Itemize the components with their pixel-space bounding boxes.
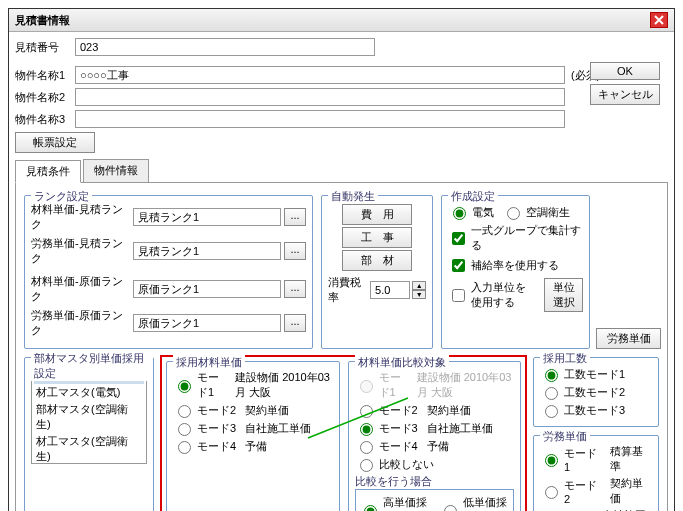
rank2-browse-button[interactable]: ... (284, 242, 306, 260)
make-ac-radio[interactable] (507, 207, 520, 220)
name1-label: 物件名称1 (15, 68, 75, 83)
tax-input[interactable] (370, 281, 410, 299)
make-cb2[interactable] (452, 259, 465, 272)
compare-when-title: 比較を行う場合 (355, 474, 515, 489)
matprice-m4: モード4 (197, 439, 236, 454)
cmp-m3-radio[interactable] (360, 423, 373, 436)
form-settings-button[interactable]: 帳票設定 (15, 132, 95, 153)
labor-price-button[interactable]: 労務単価 (596, 328, 661, 349)
name3-label: 物件名称3 (15, 112, 75, 127)
adopt-title: 採用工数 (540, 351, 590, 366)
rank3-browse-button[interactable]: ... (284, 280, 306, 298)
cmp-low: 低単価採用 (463, 495, 510, 511)
cmp-none: 比較しない (379, 457, 434, 472)
rank1-label: 材料単価-見積ランク (31, 202, 133, 232)
matprice-m1-radio[interactable] (178, 380, 191, 393)
rank2-label: 労務単価-見積ランク (31, 236, 133, 266)
rank1-browse-button[interactable]: ... (284, 208, 306, 226)
auto-cost-button[interactable]: 費 用 (342, 204, 412, 225)
list-item[interactable]: 部材マスタ(空調衛生) (34, 401, 144, 433)
cmp-m2-desc: 契約単価 (427, 403, 471, 418)
auto-material-button[interactable]: 部 材 (342, 250, 412, 271)
labor-m1-radio[interactable] (545, 454, 558, 467)
rank4-input[interactable] (133, 314, 281, 332)
tax-label: 消費税率 (328, 275, 366, 305)
matprice-m1-desc: 建設物価 2010年03月 大阪 (235, 370, 332, 400)
adopt-m3: 工数モード3 (564, 403, 625, 418)
tab-quote-conditions[interactable]: 見積条件 (15, 160, 81, 183)
labor-m2-desc: 契約単価 (610, 476, 652, 506)
make-group-title: 作成設定 (448, 189, 498, 204)
make-elec-radio[interactable] (453, 207, 466, 220)
rank2-input[interactable] (133, 242, 281, 260)
adopt-m2: 工数モード2 (564, 385, 625, 400)
cmp-m1: モード1 (379, 370, 408, 400)
quote-no-label: 見積番号 (15, 40, 75, 55)
matprice-m4-radio[interactable] (178, 441, 191, 454)
name3-input[interactable] (75, 110, 565, 128)
make-cb2-label: 補給率を使用する (471, 258, 559, 273)
ok-button[interactable]: OK (590, 62, 660, 80)
cmp-m4: モード4 (379, 439, 418, 454)
cmp-m4-desc: 予備 (427, 439, 449, 454)
tax-down-button[interactable]: ▼ (412, 290, 426, 299)
make-elec-label: 電気 (472, 205, 494, 220)
list-item[interactable]: 材工マスタ(空調衛生) (34, 433, 144, 464)
rank3-label: 材料単価-原価ランク (31, 274, 133, 304)
close-icon[interactable] (650, 12, 668, 28)
matprice-m2: モード2 (197, 403, 236, 418)
rank4-browse-button[interactable]: ... (284, 314, 306, 332)
matprice-m3: モード3 (197, 421, 236, 436)
make-cb1-label: 一式グループで集計する (471, 223, 583, 253)
master-group-title: 部材マスタ別単価採用設定 (31, 351, 153, 381)
rank-group-title: ランク設定 (31, 189, 92, 204)
name2-label: 物件名称2 (15, 90, 75, 105)
cancel-button[interactable]: キャンセル (590, 84, 660, 105)
cmp-m2: モード2 (379, 403, 418, 418)
auto-group-title: 自動発生 (328, 189, 378, 204)
make-cb1[interactable] (452, 232, 465, 245)
labor-title: 労務単価 (540, 429, 590, 444)
tab-property-info[interactable]: 物件情報 (83, 159, 149, 182)
adopt-m3-radio[interactable] (545, 405, 558, 418)
matprice-m3-radio[interactable] (178, 423, 191, 436)
matprice-m3-desc: 自社施工単価 (245, 421, 311, 436)
labor-m1-desc: 積算基準 (610, 444, 652, 474)
cmp-m2-radio[interactable] (360, 405, 373, 418)
adopt-m1-radio[interactable] (545, 369, 558, 382)
cmp-m1-radio (360, 380, 373, 393)
labor-m2: モード2 (564, 478, 601, 505)
labor-m1: モード1 (564, 446, 601, 473)
auto-work-button[interactable]: 工 事 (342, 227, 412, 248)
name1-input[interactable] (75, 66, 565, 84)
matprice-m2-desc: 契約単価 (245, 403, 289, 418)
window-title: 見積書情報 (15, 13, 70, 28)
make-cb3-label: 入力単位を使用する (471, 280, 537, 310)
list-item[interactable]: 材工マスタ(電気) (34, 384, 144, 401)
matprice-m4-desc: 予備 (245, 439, 267, 454)
cmp-m4-radio[interactable] (360, 441, 373, 454)
cmp-m3: モード3 (379, 421, 418, 436)
cmp-low-radio[interactable] (444, 505, 457, 511)
name2-input[interactable] (75, 88, 565, 106)
rank1-input[interactable] (133, 208, 281, 226)
tax-up-button[interactable]: ▲ (412, 281, 426, 290)
mat-price-title: 採用材料単価 (173, 355, 245, 370)
rank3-input[interactable] (133, 280, 281, 298)
matprice-m2-radio[interactable] (178, 405, 191, 418)
cmp-high-radio[interactable] (364, 505, 377, 511)
cmp-m1-desc: 建設物価 2010年03月 大阪 (417, 370, 514, 400)
unit-select-button[interactable]: 単位選択 (544, 278, 583, 312)
matprice-m1: モード1 (197, 370, 226, 400)
compare-title: 材料単価比較対象 (355, 355, 449, 370)
labor-m2-radio[interactable] (545, 486, 558, 499)
cmp-none-radio[interactable] (360, 459, 373, 472)
cmp-high: 高単価採用 (383, 495, 430, 511)
cmp-m3-desc: 自社施工単価 (427, 421, 493, 436)
rank4-label: 労務単価-原価ランク (31, 308, 133, 338)
adopt-m2-radio[interactable] (545, 387, 558, 400)
make-ac-label: 空調衛生 (526, 205, 570, 220)
adopt-m1: 工数モード1 (564, 367, 625, 382)
quote-no-input[interactable] (75, 38, 375, 56)
make-cb3[interactable] (452, 289, 465, 302)
